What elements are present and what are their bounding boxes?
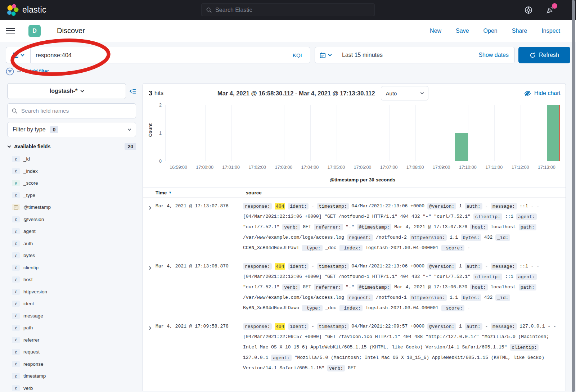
add-filter-button[interactable]: + Add filter [24, 68, 49, 74]
open-button[interactable]: Open [483, 28, 498, 34]
expand-row-button[interactable] [143, 261, 156, 313]
elastic-logo-icon [6, 4, 19, 16]
row-time: Mar 4, 2021 @ 17:13:06.870 [156, 261, 243, 313]
calendar-icon [320, 52, 326, 58]
grid-line-vertical [494, 105, 495, 161]
x-axis-tick: 17:13:00 [538, 165, 555, 170]
source-field-badge: ident: [288, 323, 309, 330]
table-row: Mar 4, 2021 @ 17:09:58.278response: 404 … [143, 318, 566, 378]
source-field-badge: @version: [427, 323, 456, 330]
source-field-badge: verb: [327, 365, 345, 371]
field-item-score[interactable]: #_score [7, 177, 136, 189]
highlighted-value: 404 [275, 263, 285, 270]
field-name: auth [23, 241, 33, 246]
field-item-timestamp[interactable]: ttimestamp [7, 370, 136, 382]
interval-select[interactable]: Auto [381, 86, 428, 100]
chevron-down-icon [328, 53, 332, 57]
available-fields-label: Available fields [14, 144, 50, 149]
source-value: 1 [459, 203, 462, 209]
hide-chart-button[interactable]: Hide chart [524, 90, 561, 97]
global-search-input[interactable] [215, 7, 370, 13]
field-item-index[interactable]: t_index [7, 165, 136, 177]
row-source: response: 404 ident: - timestamp: 04/Mar… [243, 261, 566, 313]
collapse-sidebar-icon[interactable] [129, 88, 136, 95]
y-axis-tick: 0 [154, 159, 162, 164]
source-field-badge: timestamp: [317, 203, 349, 209]
field-item-message[interactable]: tmessage [7, 310, 136, 322]
column-header-time[interactable]: Time ▼ [156, 190, 243, 195]
source-field-badge: _score: [441, 305, 465, 311]
available-fields-header[interactable]: Available fields 20 [7, 143, 136, 150]
filter-by-type-select[interactable]: Filter by type 0 [7, 122, 136, 137]
field-item-referrer[interactable]: treferrer [7, 334, 136, 346]
discover-app-badge[interactable]: D [28, 25, 41, 37]
y-axis-tick: 1 [154, 131, 162, 136]
source-field-badge: _id: [495, 234, 510, 241]
query-input[interactable] [31, 52, 286, 59]
highlighted-value: 404 [275, 203, 285, 209]
elastic-logo[interactable]: elastic [6, 4, 46, 16]
histogram-bar[interactable] [455, 133, 468, 161]
index-pattern-switcher[interactable]: logstash-* [7, 83, 126, 99]
help-icon[interactable] [524, 6, 533, 14]
grid-line-vertical [337, 105, 337, 161]
source-value: - [467, 245, 470, 251]
grid-line-vertical [442, 105, 442, 161]
saved-query-menu-button[interactable] [6, 47, 30, 63]
field-item-clientip[interactable]: tclientip [7, 262, 136, 274]
source-value: - [311, 203, 314, 209]
sort-desc-icon: ▼ [168, 191, 172, 194]
inspect-button[interactable]: Inspect [541, 28, 560, 34]
chart-plot [165, 105, 560, 161]
filter-menu-icon[interactable] [6, 67, 14, 76]
date-field-icon [12, 204, 20, 210]
time-range-value[interactable]: Last 15 minutes [336, 52, 478, 58]
field-item-agent[interactable]: tagent [7, 225, 136, 238]
field-item-bytes[interactable]: tbytes [7, 249, 136, 262]
filter-by-type-label: Filter by type [13, 126, 46, 133]
source-value: /var/www/example.com/logs/access.log [243, 235, 344, 240]
new-button[interactable]: New [430, 28, 441, 34]
filter-bar: + Add filter [0, 66, 576, 80]
source-value: ::1 [505, 214, 513, 219]
y-axis-title: Count [148, 123, 153, 137]
search-icon [12, 108, 18, 114]
field-search[interactable] [7, 103, 136, 118]
query-language-button[interactable]: KQL [286, 52, 310, 58]
field-item-auth[interactable]: tauth [7, 238, 136, 250]
refresh-button[interactable]: Refresh [518, 47, 570, 63]
source-value: 1 [459, 263, 462, 269]
field-item-ident[interactable]: tident [7, 298, 136, 310]
expand-row-button[interactable] [143, 201, 156, 253]
date-quick-select-button[interactable] [315, 47, 336, 63]
field-item-timestamp[interactable]: @timestamp [7, 201, 136, 213]
source-field-badge: _score: [441, 245, 465, 251]
field-item-host[interactable]: thost [7, 274, 136, 286]
field-search-input[interactable] [21, 108, 131, 114]
source-value: 127.0.0.1 [243, 355, 268, 360]
news-icon[interactable] [546, 6, 554, 14]
field-item-response[interactable]: tresponse [7, 358, 136, 370]
source-value: - [311, 324, 314, 329]
scrollbar-thumb[interactable] [572, 0, 575, 392]
field-item-verb[interactable]: tverb [7, 382, 136, 392]
field-item-id[interactable]: t_id [7, 153, 136, 165]
histogram-bar[interactable] [547, 105, 560, 161]
share-button[interactable]: Share [512, 28, 527, 34]
page-scrollbar[interactable] [572, 0, 575, 392]
field-item-type[interactable]: t_type [7, 189, 136, 202]
field-item-request[interactable]: trequest [7, 346, 136, 358]
global-search[interactable] [202, 4, 374, 16]
expand-row-button[interactable] [143, 321, 156, 373]
save-button[interactable]: Save [456, 28, 469, 34]
show-dates-button[interactable]: Show dates [478, 52, 514, 58]
source-field-badge: auth: [465, 263, 482, 270]
column-header-source: _source [243, 190, 262, 195]
hits-count: 3 [149, 90, 152, 97]
current-time-marker [559, 105, 560, 161]
menu-icon[interactable] [6, 28, 15, 34]
grid-line-vertical [363, 105, 363, 161]
field-item-httpversion[interactable]: thttpversion [7, 286, 136, 298]
field-item-version[interactable]: t@version [7, 213, 136, 226]
field-item-path[interactable]: tpath [7, 322, 136, 334]
